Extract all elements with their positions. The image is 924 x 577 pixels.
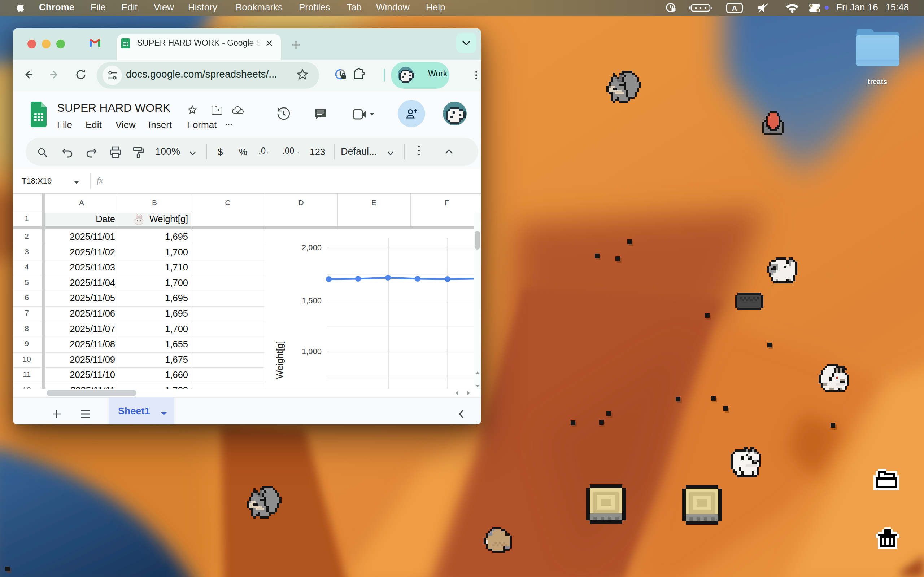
svg-text:1,500: 1,500 (302, 296, 321, 305)
svg-text:Weight[g]: Weight[g] (275, 341, 285, 379)
svg-text:A: A (732, 4, 737, 12)
svg-text:1,000: 1,000 (302, 347, 321, 356)
svg-text:2,000: 2,000 (302, 243, 321, 252)
